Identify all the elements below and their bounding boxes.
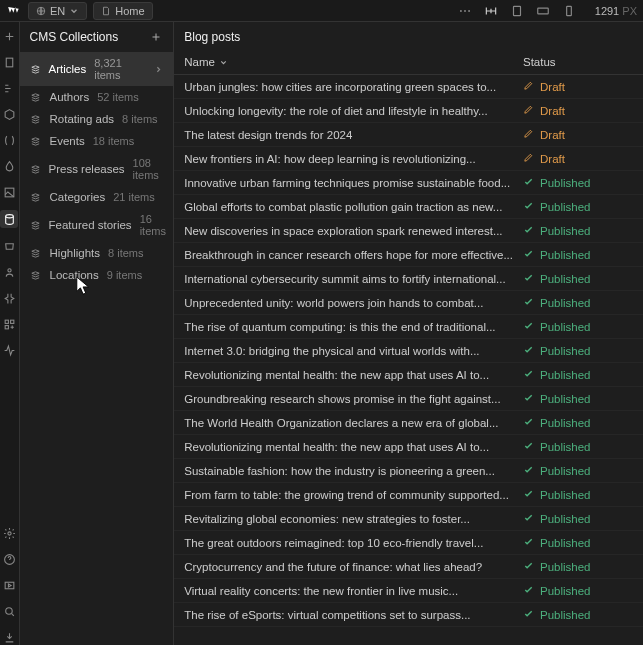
table-row[interactable]: Innovative urban farming techniques prom… — [174, 171, 643, 195]
app-logo[interactable] — [6, 3, 22, 19]
svg-point-14 — [8, 531, 11, 534]
collection-item[interactable]: Articles8,321 items — [20, 52, 174, 86]
viewport-width[interactable]: 1291 PX — [587, 5, 637, 17]
collection-item[interactable]: Authors52 items — [20, 86, 174, 108]
settings-icon[interactable] — [1, 525, 17, 541]
row-status: Draft — [523, 104, 633, 117]
check-icon — [523, 272, 534, 285]
locale-switcher[interactable]: EN — [28, 2, 87, 20]
search-icon[interactable] — [1, 603, 17, 619]
collection-count: 8,321 items — [94, 57, 146, 81]
table-row[interactable]: Sustainable fashion: how the industry is… — [174, 459, 643, 483]
row-status: Published — [523, 176, 633, 189]
collection-item[interactable]: Events18 items — [20, 130, 174, 152]
row-status: Published — [523, 416, 633, 429]
row-status: Published — [523, 344, 633, 357]
breakpoint-add-icon[interactable] — [483, 3, 499, 19]
svg-rect-7 — [6, 58, 13, 67]
stack-icon — [30, 219, 41, 231]
table-row[interactable]: The rise of quantum computing: is this t… — [174, 315, 643, 339]
table-row[interactable]: Revitalizing global economies: new strat… — [174, 507, 643, 531]
navigator-icon[interactable] — [1, 80, 17, 96]
device-tablet-icon[interactable] — [509, 3, 525, 19]
add-collection-button[interactable] — [149, 30, 163, 44]
table-row[interactable]: The rise of eSports: virtual competition… — [174, 603, 643, 627]
collection-item[interactable]: Locations9 items — [20, 264, 174, 286]
video-icon[interactable] — [1, 577, 17, 593]
collection-count: 21 items — [113, 191, 155, 203]
table-row[interactable]: Internet 3.0: bridging the physical and … — [174, 339, 643, 363]
table-row[interactable]: Cryptocurrency and the future of finance… — [174, 555, 643, 579]
assets-icon[interactable] — [1, 184, 17, 200]
stack-icon — [30, 113, 42, 125]
table-row[interactable]: Breakthrough in cancer research offers h… — [174, 243, 643, 267]
styles-icon[interactable] — [1, 158, 17, 174]
table-row[interactable]: Revolutionizing mental health: the new a… — [174, 363, 643, 387]
check-icon — [523, 200, 534, 213]
column-header-status[interactable]: Status — [523, 56, 633, 68]
apps-icon[interactable] — [1, 316, 17, 332]
collection-name: Categories — [50, 191, 106, 203]
table-row[interactable]: Groundbreaking research shows promise in… — [174, 387, 643, 411]
table-row[interactable]: The latest design trends for 2024Draft — [174, 123, 643, 147]
collection-item[interactable]: Highlights8 items — [20, 242, 174, 264]
row-status: Published — [523, 368, 633, 381]
variables-icon[interactable] — [1, 132, 17, 148]
check-icon — [523, 488, 534, 501]
row-title: Innovative urban farming techniques prom… — [184, 177, 523, 189]
collection-item[interactable]: Categories21 items — [20, 186, 174, 208]
table-row[interactable]: Unlocking longevity: the role of diet an… — [174, 99, 643, 123]
table-row[interactable]: Unprecedented unity: world powers join h… — [174, 291, 643, 315]
collection-item[interactable]: Press releases108 items — [20, 152, 174, 186]
add-element-icon[interactable] — [1, 28, 17, 44]
audit-icon[interactable] — [1, 342, 17, 358]
table-row[interactable]: Virtual reality concerts: the new fronti… — [174, 579, 643, 603]
check-icon — [523, 416, 534, 429]
svg-point-9 — [5, 214, 13, 217]
pages-icon[interactable] — [1, 54, 17, 70]
svg-rect-11 — [5, 320, 8, 323]
stack-icon — [30, 135, 42, 147]
row-title: From farm to table: the growing trend of… — [184, 489, 523, 501]
status-label: Published — [540, 585, 591, 597]
row-status: Published — [523, 488, 633, 501]
table-row[interactable]: Global efforts to combat plastic polluti… — [174, 195, 643, 219]
svg-rect-13 — [5, 325, 8, 328]
collection-count: 108 items — [133, 157, 164, 181]
logic-icon[interactable] — [1, 290, 17, 306]
table-row[interactable]: New frontiers in AI: how deep learning i… — [174, 147, 643, 171]
table-row[interactable]: Urban jungles: how cities are incorporat… — [174, 75, 643, 99]
table-row[interactable]: International cybersecurity summit aims … — [174, 267, 643, 291]
row-title: Revolutionizing mental health: the new a… — [184, 441, 523, 453]
row-status: Published — [523, 392, 633, 405]
row-title: Groundbreaking research shows promise in… — [184, 393, 523, 405]
more-icon[interactable] — [457, 3, 473, 19]
svg-rect-5 — [538, 8, 549, 14]
status-label: Draft — [540, 153, 565, 165]
table-row[interactable]: The great outdoors reimagined: top 10 ec… — [174, 531, 643, 555]
export-icon[interactable] — [1, 629, 17, 645]
table-row[interactable]: The World Health Organization declares a… — [174, 411, 643, 435]
collection-item[interactable]: Featured stories16 items — [20, 208, 174, 242]
column-header-name[interactable]: Name — [184, 56, 523, 68]
svg-point-3 — [468, 10, 470, 12]
help-icon[interactable] — [1, 551, 17, 567]
cms-icon[interactable] — [0, 210, 18, 228]
table-row[interactable]: Revolutionizing mental health: the new a… — [174, 435, 643, 459]
locale-label: EN — [50, 5, 65, 17]
collection-name: Highlights — [50, 247, 101, 259]
topbar: EN Home 1291 PX — [0, 0, 643, 22]
users-icon[interactable] — [1, 264, 17, 280]
collection-count: 18 items — [93, 135, 135, 147]
check-icon — [523, 608, 534, 621]
device-mobile-icon[interactable] — [561, 3, 577, 19]
table-row[interactable]: New discoveries in space exploration spa… — [174, 219, 643, 243]
page-switcher[interactable]: Home — [93, 2, 152, 20]
device-landscape-icon[interactable] — [535, 3, 551, 19]
collection-item[interactable]: Rotating ads8 items — [20, 108, 174, 130]
status-label: Published — [540, 273, 591, 285]
table-row[interactable]: From farm to table: the growing trend of… — [174, 483, 643, 507]
ecommerce-icon[interactable] — [1, 238, 17, 254]
components-icon[interactable] — [1, 106, 17, 122]
row-status: Published — [523, 320, 633, 333]
